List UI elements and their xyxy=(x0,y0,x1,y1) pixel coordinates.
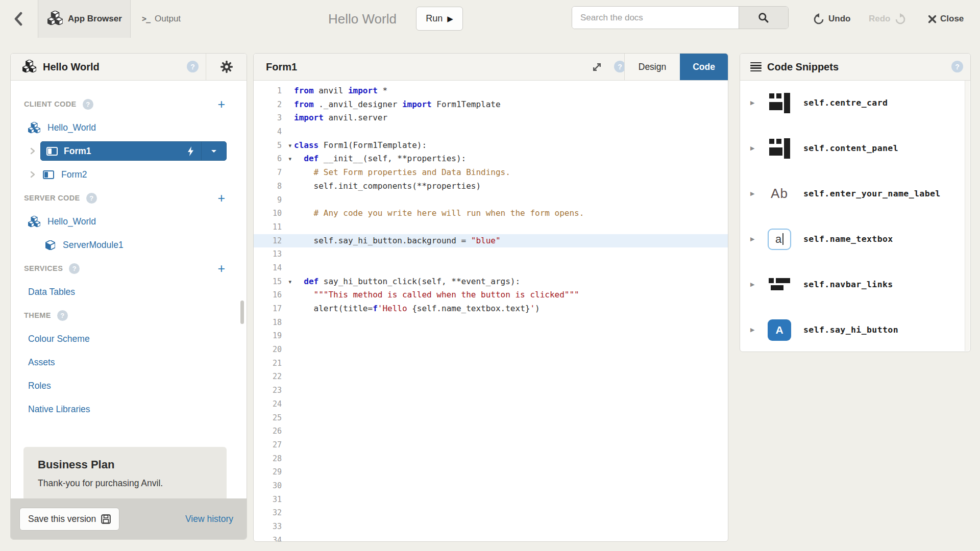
chevron-right-icon[interactable] xyxy=(30,170,36,179)
line-number: 30 xyxy=(273,479,282,493)
run-button[interactable]: Run ▶ xyxy=(416,7,463,31)
expand-arrow-icon[interactable]: ▶ xyxy=(750,281,757,288)
snippet-label: self.say_hi_button xyxy=(803,325,898,335)
section-server-code: SERVER CODE + xyxy=(11,186,247,210)
tab-design[interactable]: Design xyxy=(624,54,680,80)
plan-card: Business Plan Thank-you for purchasing A… xyxy=(23,447,227,501)
help-icon[interactable] xyxy=(69,263,80,274)
sidebar-item-data-tables[interactable]: Data Tables xyxy=(11,280,247,304)
chevron-right-icon[interactable] xyxy=(30,147,36,155)
expand-arrow-icon[interactable]: ▶ xyxy=(750,145,757,152)
gutter: 13 xyxy=(254,247,294,261)
topbar: App Browser >_ Output Hello World Run ▶ … xyxy=(0,0,980,38)
sidebar-item-servermodule1[interactable]: ServerModule1 xyxy=(11,233,247,257)
text-cursor xyxy=(782,233,783,245)
snippet-self-content-panel[interactable]: ▶ self.content_panel xyxy=(740,126,965,171)
help-icon[interactable] xyxy=(83,99,93,110)
gutter: 14 xyxy=(254,261,294,275)
code-line: 26 xyxy=(254,424,728,438)
save-version-button[interactable]: Save this version xyxy=(19,508,119,531)
form-icon xyxy=(46,147,58,156)
sidebar-header: Hello World xyxy=(11,54,247,81)
code-line: 20 xyxy=(254,343,728,357)
tab-app-browser[interactable]: App Browser xyxy=(38,0,131,38)
expand-icon[interactable] xyxy=(592,62,602,74)
search-button[interactable] xyxy=(739,7,788,29)
line-number: 3 xyxy=(277,111,282,125)
help-icon[interactable] xyxy=(57,310,68,321)
gutter: 7 xyxy=(254,166,294,180)
expand-arrows-icon xyxy=(592,62,602,72)
code-line: 34 xyxy=(254,534,728,541)
sidebar-item-hello-world[interactable]: Hello_World xyxy=(11,210,247,233)
section-client-code: CLIENT CODE + xyxy=(11,92,247,116)
code-snippets-panel: Code Snippets ▶ self.centre_card ▶ self.… xyxy=(740,53,971,352)
line-number: 23 xyxy=(273,384,282,397)
snippet-self-say-hi-button[interactable]: ▶ A self.say_hi_button xyxy=(740,307,965,353)
add-button[interactable]: + xyxy=(217,262,225,275)
help-icon[interactable] xyxy=(187,61,199,72)
line-number: 24 xyxy=(273,397,282,411)
line-number: 34 xyxy=(273,534,282,541)
sidebar-item-assets[interactable]: Assets xyxy=(11,350,247,374)
gutter: 30 xyxy=(254,479,294,493)
code-line: 1from anvil import * xyxy=(254,84,728,98)
code-line: 19 xyxy=(254,329,728,343)
app-browser-label: App Browser xyxy=(68,14,122,24)
line-number: 13 xyxy=(273,247,282,261)
expand-arrow-icon[interactable]: ▶ xyxy=(750,190,757,197)
gutter: 29 xyxy=(254,465,294,479)
line-number: 12 xyxy=(273,234,282,248)
events-bolt-icon[interactable] xyxy=(187,146,194,156)
line-number: 31 xyxy=(273,493,282,507)
help-icon[interactable] xyxy=(86,193,97,204)
sidebar-item-native-libraries[interactable]: Native Libraries xyxy=(11,397,247,421)
snippets-scrollbar[interactable] xyxy=(965,81,970,351)
sidebar-scrollbar[interactable] xyxy=(240,300,244,324)
code-line: 31 xyxy=(254,493,728,507)
gutter: 22 xyxy=(254,370,294,384)
undo-button[interactable]: Undo xyxy=(813,0,850,38)
search-input[interactable] xyxy=(572,7,739,29)
tab-code[interactable]: Code xyxy=(680,54,728,80)
add-button[interactable]: + xyxy=(217,192,225,205)
help-icon[interactable] xyxy=(951,61,963,72)
code-line: 24 xyxy=(254,397,728,411)
add-button[interactable]: + xyxy=(217,98,225,111)
sidebar-item-colour-scheme[interactable]: Colour Scheme xyxy=(11,327,247,350)
close-button[interactable]: Close xyxy=(928,0,964,38)
snippet-self-name-textbox[interactable]: ▶ a self.name_textbox xyxy=(740,216,965,262)
code-editor[interactable]: 1from anvil import *2from ._anvil_design… xyxy=(254,80,728,541)
tab-output[interactable]: >_ Output xyxy=(131,0,197,38)
app-settings-button[interactable] xyxy=(206,54,247,80)
gutter: 12 xyxy=(254,234,294,248)
sidebar-item-form2[interactable]: Form2 xyxy=(11,163,247,186)
gutter: 11 xyxy=(254,220,294,234)
fold-arrow-icon[interactable]: ▾ xyxy=(288,139,291,153)
chevron-left-icon xyxy=(13,12,23,26)
fold-arrow-icon[interactable]: ▾ xyxy=(288,152,291,166)
gutter: 8 xyxy=(254,180,294,193)
line-number: 1 xyxy=(277,84,282,98)
sidebar-item-hello-world[interactable]: Hello_World xyxy=(11,116,247,139)
snippet-self-enter-your-name-label[interactable]: ▶ Ab self.enter_your_name_label xyxy=(740,171,965,216)
snippet-self-centre-card[interactable]: ▶ self.centre_card xyxy=(740,80,965,126)
selected-form-row[interactable]: Form1 xyxy=(40,141,227,161)
redo-button[interactable]: Redo xyxy=(869,0,906,38)
code-line: 22 xyxy=(254,370,728,384)
expand-arrow-icon[interactable]: ▶ xyxy=(750,236,757,242)
sidebar-item-roles[interactable]: Roles xyxy=(11,374,247,397)
back-button[interactable] xyxy=(7,0,30,38)
code-text: """This method is called when the button… xyxy=(294,288,579,302)
form-menu-caret[interactable] xyxy=(202,142,226,160)
code-text: # Any code you write here will run when … xyxy=(294,207,584,220)
snippet-self-navbar-links[interactable]: ▶ self.navbar_links xyxy=(740,262,965,307)
fold-arrow-icon[interactable]: ▾ xyxy=(288,275,291,289)
expand-arrow-icon[interactable]: ▶ xyxy=(750,327,757,333)
expand-arrow-icon[interactable]: ▶ xyxy=(750,99,757,106)
view-history-link[interactable]: View history xyxy=(185,514,233,524)
line-number: 2 xyxy=(277,98,282,112)
code-text: from ._anvil_designer import Form1Templa… xyxy=(294,98,501,112)
form-title: Form1 xyxy=(266,61,297,73)
sidebar-item-form1[interactable]: Form1 xyxy=(11,139,247,163)
